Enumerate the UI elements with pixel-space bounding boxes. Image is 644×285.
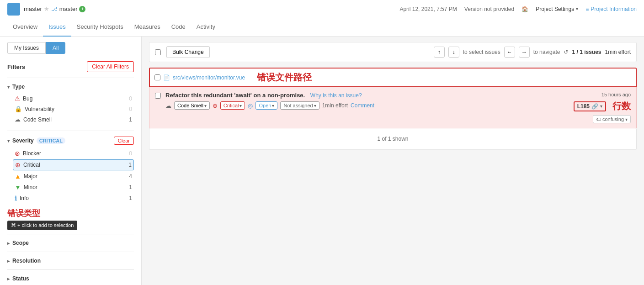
vulnerability-icon: 🔒 xyxy=(15,106,22,112)
status-tag-button[interactable]: Open ▾ xyxy=(255,101,277,110)
why-is-this-link[interactable]: Why is this an issue? xyxy=(310,92,362,99)
sonarqube-logo xyxy=(7,3,20,16)
branch-icon: ⎇ xyxy=(51,6,58,12)
select-all-checkbox[interactable] xyxy=(155,49,161,55)
line-dropdown-icon[interactable]: ▾ xyxy=(600,104,602,109)
branch-selector[interactable]: master ★ ⎇ master + xyxy=(24,5,85,12)
minor-icon: ▼ xyxy=(15,184,21,191)
filter-item-minor[interactable]: ▼ Minor 1 xyxy=(13,182,134,192)
confusing-tag-label: confusing xyxy=(602,116,624,122)
critical-icon: ⊕ xyxy=(15,161,21,169)
assigned-tag-label: Not assigned xyxy=(283,103,313,108)
filters-header: Filters Clear All Filters xyxy=(7,61,134,72)
branch-name-1: master xyxy=(24,5,42,12)
minor-count: 1 xyxy=(129,184,132,190)
issue-line-box: L185 🔗 ▾ xyxy=(574,101,606,111)
nav-issues[interactable]: Issues xyxy=(43,18,71,37)
severity-section-header[interactable]: Severity CRITICAL Clear xyxy=(7,135,134,147)
issue-right: 15 hours ago L185 🔗 ▾ 行数 🏷 confusing ▾ xyxy=(548,92,631,123)
star-icon[interactable]: ★ xyxy=(44,5,49,12)
status-dropdown-icon: ▾ xyxy=(272,103,274,108)
filter-item-blocker[interactable]: ⊗ Blocker 0 xyxy=(13,148,134,158)
type-tag-button[interactable]: Code Smell ▾ xyxy=(174,101,210,110)
my-issues-button[interactable]: My Issues xyxy=(7,42,46,54)
line-link-icon[interactable]: 🔗 xyxy=(591,103,598,110)
filter-item-info[interactable]: ℹ Info 1 xyxy=(13,193,134,203)
severity-filter-items: ⊗ Blocker 0 ⊕ Critical 1 ▲ Major xyxy=(7,147,134,206)
bug-icon: ⚠ xyxy=(15,95,20,102)
tag-icon: 🏷 xyxy=(596,116,601,122)
nav-measures[interactable]: Measures xyxy=(129,18,166,37)
file-group-checkbox[interactable] xyxy=(154,74,160,80)
prev-issue-button[interactable]: ← xyxy=(504,47,515,58)
critical-count: 1 xyxy=(128,162,132,168)
scope-section-title: Scope xyxy=(7,240,29,246)
next-issue-button[interactable]: → xyxy=(519,47,530,58)
bulk-change-button[interactable]: Bulk Change xyxy=(166,46,210,58)
assigned-tag-button[interactable]: Not assigned ▾ xyxy=(280,101,319,110)
severity-tag-label: Critical xyxy=(224,103,239,108)
resolution-section-title: Resolution xyxy=(7,258,41,264)
issue-title: Refactor this redundant 'await' on a non… xyxy=(165,92,544,99)
filters-title: Filters xyxy=(7,63,25,70)
navigate-label: to navigate xyxy=(533,49,560,55)
severity-clear-button[interactable]: Clear xyxy=(114,137,134,145)
issue-time: 15 hours ago xyxy=(601,92,631,97)
code-smell-count: 1 xyxy=(129,116,132,123)
project-settings-link[interactable]: Project Settings ▾ xyxy=(536,6,578,12)
nav-overview[interactable]: Overview xyxy=(7,18,43,37)
chevron-down-icon: ▾ xyxy=(576,6,578,11)
type-chevron xyxy=(7,84,10,90)
type-tag-label: Code Smell xyxy=(177,103,203,108)
resolution-section-header[interactable]: Resolution xyxy=(7,256,134,266)
clear-all-filters-button[interactable]: Clear All Filters xyxy=(87,61,134,72)
line-number-chinese-annotation: 行数 xyxy=(612,100,631,112)
scope-filter-section: Scope xyxy=(7,234,134,248)
filter-item-critical[interactable]: ⊕ Critical 1 xyxy=(13,159,134,170)
refresh-icon[interactable]: ↺ xyxy=(564,49,568,55)
scope-section-header[interactable]: Scope xyxy=(7,238,134,248)
scroll-up-button[interactable]: ↑ xyxy=(434,47,445,58)
info-count: 1 xyxy=(129,195,132,201)
main-layout: My Issues All Filters Clear All Filters … xyxy=(0,37,644,285)
severity-filter-section: Severity CRITICAL Clear ⊗ Blocker 0 ⊕ Cr… xyxy=(7,131,134,230)
filter-item-bug[interactable]: ⚠ Bug 0 xyxy=(13,94,134,103)
file-icon: 📄 xyxy=(163,74,170,81)
topbar-left: master ★ ⎇ master + xyxy=(7,3,85,16)
filter-item-vulnerability[interactable]: 🔒 Vulnerability 0 xyxy=(13,104,134,114)
topbar: master ★ ⎇ master + April 12, 2021, 7:57… xyxy=(0,0,644,18)
toolbar-left: Bulk Change xyxy=(155,46,210,58)
nav-code[interactable]: Code xyxy=(166,18,191,37)
error-type-annotation: 错误类型 xyxy=(7,206,134,219)
status-section-header[interactable]: Status xyxy=(7,274,134,284)
file-path-link[interactable]: src/views/monitor/monitor.vue xyxy=(173,74,245,81)
nav-activity[interactable]: Activity xyxy=(191,18,221,37)
line-number: L185 xyxy=(577,103,590,110)
all-issues-button[interactable]: All xyxy=(46,42,65,54)
status-section-title: Status xyxy=(7,275,29,282)
tooltip-hint: ⌘ + click to add to selection xyxy=(7,221,77,230)
severity-tag-button[interactable]: Critical ▾ xyxy=(220,101,245,110)
issues-count: 1 / 1 issues xyxy=(572,49,601,55)
file-header: 📄 src/views/monitor/monitor.vue 错误文件路径 xyxy=(149,68,637,87)
project-info-link[interactable]: ≡ Project Information xyxy=(585,6,637,12)
confusing-tag[interactable]: 🏷 confusing ▾ xyxy=(593,115,631,123)
filter-item-code-smell[interactable]: ☁ Code Smell 1 xyxy=(13,115,134,124)
status-filter-section: Status xyxy=(7,269,134,284)
issue-checkbox[interactable] xyxy=(155,93,161,99)
code-smell-icon-tag: ☁ xyxy=(165,102,171,109)
info-icon: ℹ xyxy=(15,195,17,202)
version-text: Version not provided xyxy=(464,6,514,12)
nav-security-hotspots[interactable]: Security Hotspots xyxy=(71,18,129,37)
filter-item-major[interactable]: ▲ Major 4 xyxy=(13,171,134,181)
severity-section-title: Severity CRITICAL xyxy=(7,137,65,144)
comment-link[interactable]: Comment xyxy=(351,102,374,109)
effort-label: 1min effort xyxy=(605,49,631,55)
home-icon[interactable]: 🏠 xyxy=(522,6,528,12)
main-nav: Overview Issues Security Hotspots Measur… xyxy=(0,18,644,37)
file-group: 📄 src/views/monitor/monitor.vue 错误文件路径 R… xyxy=(149,68,637,150)
type-filter-section: Type ⚠ Bug 0 🔒 Vulnerability 0 xyxy=(7,78,134,127)
type-section-header[interactable]: Type xyxy=(7,82,134,92)
scope-chevron xyxy=(7,241,10,246)
scroll-down-button[interactable]: ↓ xyxy=(448,47,459,58)
